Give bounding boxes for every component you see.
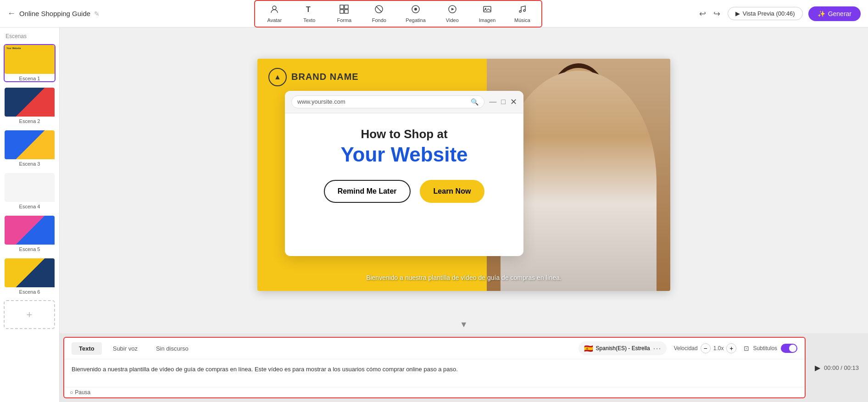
redo-button[interactable]: ↪ bbox=[712, 7, 722, 21]
main-area: Escenas Your WebsiteEscena 1Escena 2Esce… bbox=[0, 28, 868, 402]
speed-increase-button[interactable]: + bbox=[726, 343, 736, 353]
tab-texto[interactable]: Texto bbox=[72, 342, 102, 355]
voice-language-selector[interactable]: 🇪🇸 Spanish(ES) - Estrella ⋯ bbox=[579, 341, 667, 355]
pausa-label[interactable]: ○ Pausa bbox=[70, 389, 799, 396]
svg-marker-11 bbox=[451, 8, 454, 11]
svg-point-9 bbox=[414, 8, 417, 11]
svg-point-15 bbox=[523, 10, 525, 11]
generate-icon: ✨ bbox=[818, 10, 825, 17]
scene-thumbnail-1: Your Website bbox=[5, 45, 56, 74]
browser-maximize-button[interactable]: □ bbox=[501, 98, 506, 106]
speed-control: Velocidad − 1.0x + bbox=[674, 343, 737, 353]
script-text-area[interactable]: Bienvenido a nuestra plantilla de vídeo … bbox=[64, 359, 805, 387]
project-title: Online Shopping Guide bbox=[19, 10, 90, 17]
scene-item-2[interactable]: Escena 2 bbox=[4, 87, 56, 125]
tab-subir-voz[interactable]: Subir voz bbox=[106, 342, 145, 355]
remind-me-later-button[interactable]: Remind Me Later bbox=[324, 180, 411, 203]
svg-rect-3 bbox=[345, 5, 348, 9]
svg-rect-12 bbox=[484, 6, 491, 12]
pegatina-icon bbox=[411, 5, 420, 16]
toolbar-item-pegatina[interactable]: Pegatina bbox=[402, 3, 429, 25]
browser-search-icon: 🔍 bbox=[471, 98, 479, 106]
toolbar-item-forma-label: Forma bbox=[337, 17, 351, 23]
undo-redo: ↩ ↪ bbox=[697, 7, 722, 21]
toolbar-item-video-label: Video bbox=[446, 17, 459, 23]
undo-button[interactable]: ↩ bbox=[697, 7, 708, 21]
browser-minimize-button[interactable]: — bbox=[489, 98, 496, 106]
back-button[interactable]: ← bbox=[7, 9, 16, 18]
scene-item-4[interactable]: Escena 4 bbox=[4, 172, 56, 210]
generate-label: Generar bbox=[828, 10, 851, 17]
toolbar-item-fondo-label: Fondo bbox=[372, 17, 386, 23]
subtitles-label: Subtitulos bbox=[753, 345, 777, 352]
pausa-bar: ○ Pausa bbox=[64, 387, 805, 397]
scene-label-1: Escena 1 bbox=[5, 76, 55, 81]
toolbar-item-avatar[interactable]: Avatar bbox=[262, 3, 286, 25]
svg-rect-4 bbox=[340, 10, 344, 13]
browser-url-bar: www.yoursite.com 🔍 bbox=[291, 95, 484, 108]
bottom-container: TextoSubir vozSin discurso 🇪🇸 Spanish(ES… bbox=[60, 333, 868, 402]
toolbar-item-musica[interactable]: Música bbox=[510, 3, 534, 25]
imagen-icon bbox=[483, 5, 492, 16]
toolbar: AvatarTTextoFormaFondoPegatinaVideoImage… bbox=[254, 0, 542, 28]
flag-icon: 🇪🇸 bbox=[584, 344, 593, 353]
subtitle-text: Bienvenido a nuestra plantilla de vídeo … bbox=[366, 274, 562, 281]
browser-close-button[interactable]: ✕ bbox=[510, 97, 517, 107]
header-left: ← Online Shopping Guide ✎ bbox=[7, 9, 100, 18]
toggle-dot bbox=[789, 345, 796, 352]
scene-label-6: Escena 6 bbox=[5, 289, 55, 295]
toolbar-item-forma[interactable]: Forma bbox=[332, 3, 356, 25]
subtitle-bar: Bienvenido a nuestra plantilla de vídeo … bbox=[257, 274, 670, 282]
toolbar-item-imagen-label: Imagen bbox=[479, 17, 496, 23]
scene-item-6[interactable]: Escena 6 bbox=[4, 257, 56, 296]
generate-button[interactable]: ✨ Generar bbox=[808, 6, 861, 21]
toolbar-item-video[interactable]: Video bbox=[440, 3, 464, 25]
scene-thumbnail-4 bbox=[5, 173, 56, 202]
sidebar: Escenas Your WebsiteEscena 1Escena 2Esce… bbox=[0, 28, 60, 402]
learn-now-button[interactable]: Learn Now bbox=[420, 180, 485, 203]
pausa-icon: ○ bbox=[70, 389, 73, 396]
toolbar-item-avatar-label: Avatar bbox=[267, 17, 282, 23]
voice-controls: 🇪🇸 Spanish(ES) - Estrella ⋯ Velocidad − … bbox=[579, 341, 797, 355]
musica-icon bbox=[517, 5, 527, 16]
add-scene-button[interactable]: + bbox=[4, 300, 55, 329]
subtitles-control: ⊡ Subtitulos bbox=[744, 344, 797, 353]
browser-heading2: Your Website bbox=[299, 143, 510, 166]
toolbar-item-fondo[interactable]: Fondo bbox=[367, 3, 391, 25]
edit-icon[interactable]: ✎ bbox=[94, 10, 100, 17]
scene-thumbnail-2 bbox=[5, 88, 56, 117]
preview-icon: ▶ bbox=[735, 10, 740, 17]
browser-content: How to Shop at Your Website Remind Me La… bbox=[285, 113, 523, 217]
playback-controls: ▶ 00:00 / 00:13 bbox=[809, 337, 864, 398]
scene-item-3[interactable]: Escena 3 bbox=[4, 129, 56, 168]
brand-icon: ▲ bbox=[274, 73, 281, 81]
brand-name: BRAND NAME bbox=[291, 72, 359, 82]
canvas-wrapper: ▲ BRAND NAME www.yoursite.com 🔍 bbox=[60, 28, 868, 322]
scene-thumbnail-6 bbox=[5, 258, 56, 287]
svg-line-7 bbox=[376, 6, 382, 12]
play-button[interactable]: ▶ bbox=[815, 363, 820, 372]
svg-rect-2 bbox=[340, 5, 344, 9]
svg-point-13 bbox=[485, 8, 486, 9]
scene-item-1[interactable]: Your WebsiteEscena 1 bbox=[4, 44, 56, 82]
scene-label-2: Escena 2 bbox=[5, 118, 55, 124]
browser-bar: www.yoursite.com 🔍 — □ ✕ bbox=[285, 91, 523, 113]
toolbar-item-texto[interactable]: TTexto bbox=[297, 3, 321, 25]
video-icon bbox=[448, 5, 457, 16]
toolbar-item-imagen[interactable]: Imagen bbox=[475, 3, 500, 25]
preview-label: Vista Previa (00:46) bbox=[743, 10, 795, 17]
script-content: Bienvenido a nuestra plantilla de vídeo … bbox=[72, 366, 458, 373]
forma-icon bbox=[339, 5, 349, 16]
time-display: 00:00 / 00:13 bbox=[824, 364, 859, 371]
scene-item-5[interactable]: Escena 5 bbox=[4, 215, 56, 253]
voice-more-button[interactable]: ⋯ bbox=[653, 343, 661, 353]
preview-button[interactable]: ▶ Vista Previa (00:46) bbox=[728, 7, 803, 20]
subtitles-toggle[interactable] bbox=[781, 344, 797, 353]
scroll-down-button[interactable]: ▼ bbox=[60, 320, 868, 329]
content-area: ▲ BRAND NAME www.yoursite.com 🔍 bbox=[60, 28, 868, 402]
tab-sin-discurso[interactable]: Sin discurso bbox=[149, 342, 196, 355]
speed-decrease-button[interactable]: − bbox=[701, 343, 711, 353]
browser-heading1: How to Shop at bbox=[299, 127, 510, 141]
scene-label-3: Escena 3 bbox=[5, 161, 55, 167]
browser-controls: — □ ✕ bbox=[489, 97, 517, 107]
